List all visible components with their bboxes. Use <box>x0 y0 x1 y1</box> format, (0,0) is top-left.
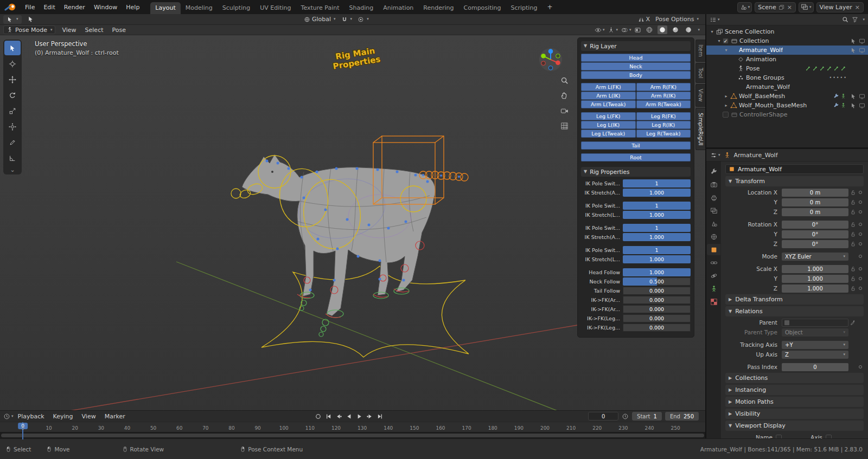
toggle-visibility[interactable]: ▾ <box>595 27 605 34</box>
menu-file[interactable]: File <box>21 2 39 12</box>
props-tab-data[interactable] <box>707 283 720 294</box>
frame-start-field[interactable]: Start1 <box>632 412 662 421</box>
decorator-dot[interactable] <box>857 255 864 258</box>
rig-layer-panel-header[interactable]: ▼ Rig Layer <box>581 41 691 51</box>
rig-layer-leg-l-ik[interactable]: Leg L(IK) <box>581 121 636 129</box>
rig-layer-arm-l-ik[interactable]: Arm L(IK) <box>581 92 636 100</box>
rig-slider-ik-stretch-l[interactable]: 1.000 <box>623 255 691 263</box>
workspace-tab-texture-paint[interactable]: Texture Paint <box>296 2 344 14</box>
outliner-row-controllershape[interactable]: ✓ControllerShape <box>706 110 868 119</box>
sidebar-tab-view[interactable]: View <box>695 84 705 107</box>
sidebar-tab-simplerigui[interactable]: SimpleRigUI <box>695 108 705 151</box>
decorator-dot[interactable] <box>857 201 864 204</box>
viewport-display-panel-header[interactable]: ▼ Viewport Display <box>725 421 864 431</box>
tool-measure[interactable] <box>4 151 21 165</box>
outliner-row-scene-collection[interactable]: ▾Scene Collection <box>706 27 868 36</box>
tool-annotate[interactable] <box>4 135 21 150</box>
props-tab-physics[interactable] <box>707 270 720 281</box>
rig-layer-neck[interactable]: Neck <box>581 62 691 70</box>
workspace-tab-scripting[interactable]: Scripting <box>506 2 542 14</box>
transport-play-button[interactable] <box>355 412 364 421</box>
props-tab-texture[interactable] <box>707 296 720 307</box>
pointer-icon[interactable] <box>850 102 857 109</box>
lock-button[interactable] <box>848 241 857 247</box>
transform-y-field[interactable]: 1.000 <box>782 275 848 283</box>
decorator-dot[interactable] <box>857 232 864 236</box>
snap-toggle[interactable]: ▾ <box>341 16 353 23</box>
monitor-icon[interactable] <box>859 102 865 109</box>
workspace-tab-uv-editing[interactable]: UV Editing <box>255 2 296 14</box>
view-layer-unlink-icon[interactable]: × <box>854 4 860 11</box>
filter-icon[interactable] <box>852 16 858 23</box>
rig-layer-arm-r-fk[interactable]: Arm R(FK) <box>636 83 691 91</box>
rig-layer-root[interactable]: Root <box>581 153 691 161</box>
tool-box-select[interactable] <box>4 41 21 55</box>
workspace-tab-shading[interactable]: Shading <box>344 2 379 14</box>
rig-slider-ik-stretch-a[interactable]: 1.000 <box>623 189 691 197</box>
transform-mode-dropdown[interactable]: XYZ Euler▾ <box>782 253 848 261</box>
decorator-dot[interactable] <box>857 277 864 280</box>
decorator-dot[interactable] <box>857 365 864 369</box>
props-tab-constraints[interactable] <box>707 257 720 268</box>
workspace-tab-sculpting[interactable]: Sculpting <box>218 2 255 14</box>
shading-wireframe[interactable] <box>644 25 654 34</box>
relations-pass-index-field[interactable]: 0 <box>782 363 848 371</box>
props-tab-object[interactable] <box>707 244 720 255</box>
monitor-icon[interactable] <box>859 93 865 100</box>
viewport-menu-view[interactable]: View <box>58 25 80 35</box>
transport-prev-keyframe-button[interactable] <box>334 412 343 421</box>
transport-record-button[interactable] <box>314 412 323 421</box>
lock-button[interactable] <box>848 231 857 237</box>
monitor-icon[interactable] <box>859 47 865 54</box>
workspace-tab-rendering[interactable]: Rendering <box>418 2 458 14</box>
caret-open-icon[interactable]: ▾ <box>709 29 716 34</box>
mode-dropdown[interactable]: Pose Mode ▾ <box>3 25 55 34</box>
active-tool-button[interactable]: ▾ <box>3 15 22 24</box>
checkbox-collection[interactable]: ✓ <box>723 38 729 44</box>
nav-grid-button[interactable] <box>560 122 569 132</box>
current-frame-field[interactable]: 0 <box>588 412 618 421</box>
outliner-editor-type-button[interactable]: ▾ <box>710 16 720 23</box>
timeline-editor-type-button[interactable]: ▾ <box>3 413 14 420</box>
collections-panel-header[interactable]: ▶Collections <box>725 373 864 383</box>
transform-z-field[interactable]: 0 m <box>782 208 848 216</box>
decorator-dot[interactable] <box>857 223 864 226</box>
rig-layer-tail[interactable]: Tail <box>581 141 691 150</box>
caret-closed-icon[interactable]: ▸ <box>723 103 730 108</box>
outliner-row-collection[interactable]: ▾✓Collection <box>706 36 868 46</box>
rig-layer-arm-r-ik[interactable]: Arm R(IK) <box>636 92 691 100</box>
search-icon[interactable] <box>842 16 848 23</box>
timeline-menu-keying[interactable]: Keying <box>49 413 78 420</box>
props-tab-world[interactable] <box>707 231 720 242</box>
timeline-menu-marker[interactable]: Marker <box>100 413 130 420</box>
rig-slider-ik-fk-leg[interactable]: 0.000 <box>623 324 691 332</box>
transform-y-field[interactable]: 0 m <box>782 198 848 206</box>
pointer-icon[interactable] <box>850 38 857 44</box>
props-tab-render[interactable] <box>707 179 720 190</box>
toggle-xray[interactable] <box>634 27 641 34</box>
frame-end-field[interactable]: End250 <box>665 412 699 421</box>
checkbox-controllershape[interactable]: ✓ <box>723 112 729 118</box>
pose-options-dropdown[interactable]: Pose Options ▾ <box>655 16 699 23</box>
delta-transform-panel-header[interactable]: ▶ Delta Transform <box>725 294 864 305</box>
relations-tracking-axis-dropdown[interactable]: +Y▾ <box>782 341 848 349</box>
checkbox-name[interactable]: ✓ <box>776 435 782 439</box>
navigation-gizmo[interactable] <box>538 47 563 72</box>
mirror-x-toggle[interactable]: X <box>638 16 650 23</box>
decorator-dot[interactable] <box>857 267 864 270</box>
transport-jump-start-button[interactable] <box>324 412 333 421</box>
checkbox-axis[interactable]: ✓ <box>826 435 832 439</box>
rig-layer-leg-r-ik[interactable]: Leg R(IK) <box>636 121 691 129</box>
rig-slider-tail-follow[interactable]: 0.000 <box>623 287 691 295</box>
decorator-dot[interactable] <box>857 287 864 290</box>
viewport-menu-pose[interactable]: Pose <box>108 25 130 35</box>
rig-layer-leg-r-tweak[interactable]: Leg R(Tweak) <box>636 130 691 138</box>
rig-layer-leg-r-fk[interactable]: Leg R(FK) <box>636 112 691 120</box>
sidebar-tab-tool[interactable]: Tool <box>695 63 705 83</box>
outliner-row-wolf-mouth-basemesh[interactable]: ▸Wolf_Mouth_BaseMesh <box>706 101 868 110</box>
nav-zoom-button[interactable] <box>560 76 569 86</box>
props-tab-view-layer[interactable] <box>707 205 720 216</box>
tool-transform[interactable] <box>4 119 21 134</box>
rig-slider-head-follow[interactable]: 1.000 <box>623 268 691 276</box>
timeline-menu-playback[interactable]: Playback <box>14 413 49 420</box>
